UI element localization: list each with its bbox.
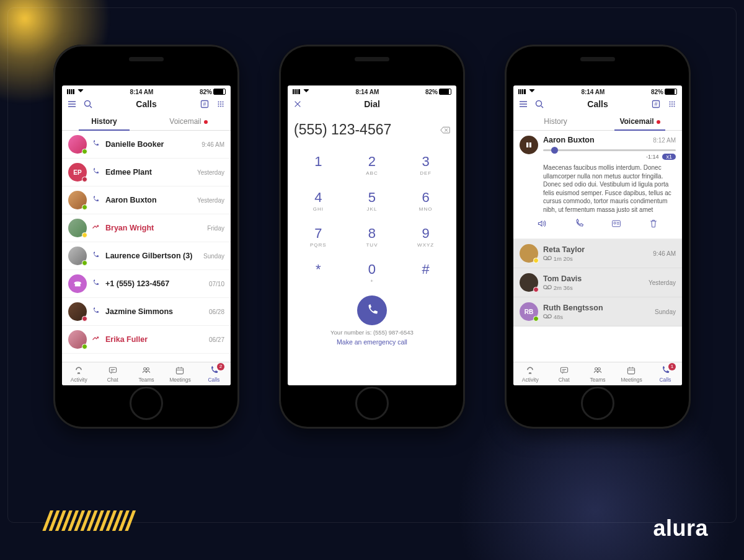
tab-voicemail[interactable]: Voicemail [598, 113, 682, 130]
avatar[interactable]: RB [520, 302, 538, 321]
nav-teams[interactable]: Teams [130, 362, 163, 385]
tab-history[interactable]: History [62, 113, 146, 130]
key-5[interactable]: 5JKL [345, 183, 399, 219]
avatar[interactable] [68, 219, 87, 237]
nav-label: Teams [138, 377, 154, 383]
speaker-icon[interactable] [537, 219, 547, 229]
nav-icon [592, 365, 603, 375]
avatar[interactable]: EP [68, 163, 87, 182]
unread-dot [204, 120, 208, 124]
emergency-link[interactable]: Make an emergency call [288, 338, 456, 351]
caller-name: Erika Fuller [105, 335, 204, 344]
vm-time: 8:12 AM [653, 137, 676, 144]
avatar[interactable] [520, 244, 538, 263]
decorative-stripes: ////////////// [43, 505, 132, 536]
nav-meetings[interactable]: Meetings [163, 362, 197, 385]
key-#[interactable]: # [399, 255, 453, 291]
caller-name: Bryan Wright [105, 224, 202, 232]
avatar[interactable]: ☎ [68, 274, 87, 293]
call-icon [92, 307, 99, 317]
call-icon [92, 196, 99, 205]
key-9[interactable]: 9WXYZ [399, 219, 453, 255]
backspace-icon[interactable] [440, 125, 450, 135]
nav-calls[interactable]: Calls1 [649, 362, 682, 385]
avatar[interactable] [68, 135, 87, 154]
key-8[interactable]: 8TUV [345, 219, 399, 255]
dialpad-icon[interactable] [216, 99, 226, 109]
search-icon[interactable] [534, 99, 544, 109]
call-icon[interactable] [574, 219, 584, 229]
nav-chat[interactable]: Chat [547, 362, 580, 385]
menu-icon[interactable] [67, 99, 77, 109]
key-6[interactable]: 6MNO [399, 183, 453, 219]
nav-label: Chat [559, 377, 570, 383]
missed-call-icon [92, 224, 99, 233]
call-time: 06/28 [209, 308, 224, 315]
vm-name: Reta Taylor [543, 245, 648, 254]
svg-point-3 [218, 101, 219, 102]
svg-point-22 [669, 103, 670, 105]
svg-point-8 [222, 103, 223, 105]
call-row[interactable]: Danielle Booker 9:46 AM [62, 131, 231, 159]
key-2[interactable]: 2ABC [345, 147, 399, 183]
key-4[interactable]: 4GHI [291, 183, 345, 219]
contacts-icon[interactable]: # [651, 99, 661, 109]
nav-calls[interactable]: Calls2 [197, 362, 231, 385]
delete-icon[interactable] [649, 219, 658, 229]
key-0[interactable]: 0+ [345, 255, 399, 291]
dialpad-icon[interactable] [667, 99, 677, 109]
nav-activity[interactable]: Activity [513, 362, 547, 385]
unread-dot [657, 120, 660, 124]
nav-teams[interactable]: Teams [581, 362, 614, 385]
call-row[interactable]: Jazmine Simmons 06/28 [62, 298, 231, 326]
nav-icon [174, 365, 185, 375]
contacts-icon[interactable]: # [200, 99, 210, 109]
avatar[interactable] [68, 302, 87, 321]
nav-meetings[interactable]: Meetings [614, 362, 648, 385]
caller-name: +1 (555) 123-4567 [105, 279, 204, 288]
key-1[interactable]: 1 [291, 147, 345, 183]
avatar[interactable] [520, 136, 538, 154]
avatar[interactable] [68, 330, 87, 349]
call-time: Yesterday [197, 197, 224, 204]
tab-history[interactable]: History [513, 113, 598, 130]
avatar[interactable] [520, 273, 538, 292]
key-3[interactable]: 3DEF [399, 147, 453, 183]
playback-slider[interactable] [543, 149, 676, 151]
svg-point-14 [146, 368, 149, 370]
tab-voicemail[interactable]: Voicemail [146, 113, 231, 130]
search-icon[interactable] [83, 99, 93, 109]
call-row[interactable]: EP Edmee Plant Yesterday [62, 159, 231, 186]
call-button[interactable] [357, 295, 387, 325]
call-row[interactable]: ☎ +1 (555) 123-4567 07/10 [62, 270, 231, 298]
key-7[interactable]: 7PQRS [291, 219, 345, 255]
call-time: Yesterday [197, 169, 224, 176]
menu-icon[interactable] [518, 99, 528, 109]
voicemail-row[interactable]: Reta Taylor 1m 20s 9:46 AM [513, 239, 682, 268]
nav-chat[interactable]: Chat [95, 362, 129, 385]
vm-time: 9:46 AM [653, 250, 676, 257]
vm-name: Tom Davis [543, 274, 644, 283]
nav-icon [73, 365, 84, 375]
svg-point-5 [222, 101, 223, 102]
key-*[interactable]: * [291, 255, 345, 291]
avatar[interactable] [68, 247, 87, 265]
speed-pill[interactable]: x1 [662, 154, 676, 160]
svg-text:#: # [203, 101, 206, 107]
tabs: History Voicemail [513, 113, 682, 131]
contact-card-icon[interactable] [611, 219, 621, 229]
call-row[interactable]: Erika Fuller 06/27 [62, 326, 231, 354]
keypad: 12ABC3DEF4GHI5JKL6MNO7PQRS8TUV9WXYZ*0+# [288, 147, 456, 291]
voicemail-row[interactable]: RB Ruth Bengtsson 48s Sunday [513, 297, 682, 326]
nav-activity[interactable]: Activity [62, 362, 95, 385]
call-row[interactable]: Aaron Buxton Yesterday [62, 186, 231, 214]
missed-call-icon [92, 335, 99, 344]
call-row[interactable]: Bryan Wright Friday [62, 214, 231, 242]
svg-rect-30 [613, 221, 621, 227]
call-row[interactable]: Laurence Gilbertson (3) Sunday [62, 242, 231, 270]
svg-point-21 [673, 101, 675, 102]
avatar[interactable] [68, 191, 87, 209]
voicemail-row[interactable]: Tom Davis 2m 36s Yesterday [513, 268, 682, 297]
close-icon[interactable] [293, 99, 303, 109]
svg-point-35 [548, 285, 552, 289]
